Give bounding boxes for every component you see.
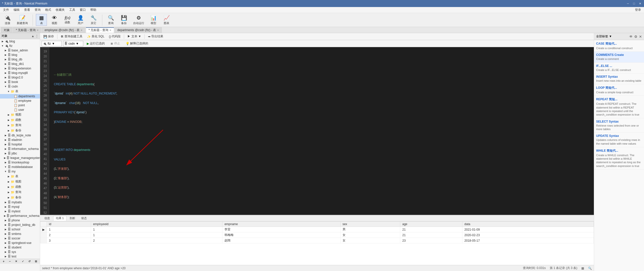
code-content[interactable]: -- 创建部门表 CREATE TABLE departments( `dpmi… [49, 47, 594, 215]
sidebar-item-base-admin[interactable]: ▶ 🗄 base_admin [0, 48, 40, 53]
tab-untitled2[interactable]: * 无标题 - 查询 ✕ [86, 27, 114, 33]
menu-format[interactable]: 格式 [43, 7, 53, 13]
tab-employee[interactable]: employee @csdn (ftz) - 表 ✕ [42, 27, 86, 33]
sidebar-item-my-functions[interactable]: ▶ 📁 函数 [0, 184, 40, 190]
database-selector[interactable]: 🗄 csdn ▼ [63, 41, 83, 46]
result-tab-info[interactable]: 信息 [42, 216, 53, 221]
tab-close-4[interactable]: ✕ [157, 29, 159, 32]
panel-icon3[interactable]: ✕ [639, 35, 642, 39]
sql-editor[interactable]: 19 20 21 22 23 24 25 26 27 28 29 30 31 3… [40, 47, 594, 215]
run-selected-button[interactable]: ▶ 运行已选的 [85, 41, 107, 46]
tab-object[interactable]: 对象 [1, 27, 13, 33]
toolbar-backup[interactable]: 💾 备份 [118, 14, 129, 26]
sidebar-add-btn[interactable]: + [3, 259, 5, 263]
toolbar-new-query[interactable]: 📝 新建查询 [15, 14, 30, 26]
stop-button[interactable]: ⏹ 停止 [108, 41, 122, 46]
sidebar-item-blog-sub[interactable]: ▶ 🗄 blog [0, 53, 40, 57]
sidebar-check-btn[interactable]: ✓ [22, 259, 24, 263]
sidebar-item-my-views[interactable]: ▶ 📁 视图 [0, 179, 40, 184]
sidebar-item-eladmin[interactable]: ▶ 🗄 eladmin [0, 138, 40, 142]
sidebar-item-user[interactable]: 📋 user [0, 108, 40, 112]
sidebar-item-project-biding[interactable]: ▶ 🗄 project_biding_db [0, 223, 40, 227]
sidebar-item-tables-folder[interactable]: ▼ 📁 表 [0, 89, 40, 94]
text-button[interactable]: ▶ 文本 ▼ [126, 34, 143, 39]
query-create-tool-button[interactable]: 🛠 查询创建工具 [59, 34, 84, 39]
sidebar-item-queries-folder[interactable]: ▶ 📁 查询 [0, 123, 40, 128]
toolbar-connect[interactable]: 🔌 连接 [2, 14, 13, 26]
sidebar-item-my-tables[interactable]: ▶ 📁 表 [0, 174, 40, 179]
sidebar-item-phone[interactable]: ▶ 🗄 phone [0, 218, 40, 223]
result-tab-status[interactable]: 状态 [78, 216, 90, 221]
toolbar-table[interactable]: ▦ 表 [36, 14, 47, 26]
sidebar-item-blog-db1[interactable]: ▶ 🗄 blog_db1 [0, 62, 40, 66]
toolbar-view[interactable]: 👁 视图 [49, 14, 60, 26]
table-row[interactable]: 2 1 韩梅梅 女 21 2020-02-23 [40, 232, 594, 238]
sidebar-item-mybatis[interactable]: ▶ 🗄 mybatis [0, 200, 40, 205]
sidebar-item-csdn[interactable]: ▼ 🗄 csdn [0, 84, 40, 89]
menu-view[interactable]: 查看 [22, 7, 32, 13]
menu-help[interactable]: 帮助 [88, 7, 98, 13]
sidebar-icon1[interactable]: ▲ [31, 34, 34, 38]
code-snippet-button[interactable]: () 代码段 [107, 34, 122, 39]
toolbar-user[interactable]: 👤 用户 [75, 14, 86, 26]
snippet-update-syntax[interactable]: UPDATE Syntax Updates columns of existin… [594, 133, 644, 147]
sidebar-item-smbms[interactable]: ▶ 🗄 smbms [0, 232, 40, 236]
sidebar-item-blog-extension[interactable]: ▶ 🗄 blog-extension [0, 66, 40, 71]
search-icon[interactable]: 🔍 [588, 266, 592, 270]
sidebar-item-test[interactable]: ▶ 🗄 test [0, 254, 40, 259]
titlebar-controls[interactable]: ─ □ ✕ [626, 2, 642, 6]
tab-close-1[interactable]: ✕ [37, 29, 39, 32]
tab-close-3[interactable]: ✕ [109, 29, 111, 32]
sidebar-item-school[interactable]: ▶ 🗄 school [0, 227, 40, 232]
menu-window[interactable]: 窗口 [78, 7, 88, 13]
sidebar-item-my-backup[interactable]: ▶ 📁 备份 [0, 195, 40, 200]
sidebar-item-performance-schema[interactable]: ▶ 🗄 performance_schema [0, 214, 40, 218]
panel-icon2[interactable]: ⚙ [634, 35, 637, 39]
sidebar-refresh-btn[interactable]: ↺ [28, 259, 31, 263]
save-button[interactable]: 💾 保存 [42, 34, 56, 39]
sidebar-item-blog-db[interactable]: ▶ 🗄 blog_db [0, 57, 40, 62]
toolbar-other[interactable]: 🔧 其它 [88, 14, 99, 26]
menu-favorites[interactable]: 收藏夹 [54, 7, 67, 13]
toolbar-auto-run[interactable]: ⚙ 自动运行 [131, 14, 146, 26]
tab-close-2[interactable]: ✕ [80, 29, 83, 32]
menu-tools[interactable]: 工具 [67, 7, 77, 13]
sidebar-item-sys[interactable]: ▶ 🗄 sys [0, 250, 40, 254]
toolbar-model[interactable]: 📊 模型 [148, 14, 159, 26]
sidebar-item-blog[interactable]: ▶ 🔌 blog [0, 39, 40, 44]
menu-query[interactable]: 查询 [33, 7, 43, 13]
explain-button[interactable]: 💡 解释已选择的 [124, 41, 150, 46]
sidebar-item-book[interactable]: ▶ 🗄 book [0, 80, 40, 84]
toolbar-query[interactable]: 🔍 查询 [105, 14, 116, 26]
sidebar-item-my[interactable]: ▼ 🗄 my [0, 169, 40, 174]
snippet-case[interactable]: CASE 简短代... Create a conditional constru… [594, 40, 644, 52]
sidebar-close-btn[interactable]: ✕ [15, 259, 17, 263]
sidebar-item-db-lezjie[interactable]: ▶ 🗄 db_lezjie_note [0, 133, 40, 138]
tab-untitled1[interactable]: * 无标题 - 查询 ✕ [13, 27, 41, 33]
sidebar-item-mytest[interactable]: ▶ 🗄 mytest [0, 209, 40, 214]
snippet-comments[interactable]: COMMENTS Create Create a comment [594, 52, 644, 62]
sidebar-item-ftz[interactable]: ▼ 🔌 ftz [0, 44, 40, 48]
sidebar-item-hospital[interactable]: ▶ 🗄 hospital [0, 142, 40, 147]
maximize-button[interactable]: □ [632, 2, 636, 6]
table-row[interactable]: 3 2 赵阔 女 23 2018-05-17 [40, 238, 594, 243]
sidebar-item-backup-folder[interactable]: ▶ 📁 备份 [0, 128, 40, 133]
sidebar-item-mysql[interactable]: ▶ 🗄 mysql [0, 205, 40, 209]
sidebar-item-springboot-vue[interactable]: ▶ 🗄 springboot-vue [0, 241, 40, 245]
sidebar-item-departments[interactable]: 📋 departments [0, 94, 40, 99]
menu-file[interactable]: 文件 [1, 7, 11, 13]
sidebar-item-employee[interactable]: 📋 employee [0, 99, 40, 103]
snippet-repeat[interactable]: REPEAT 简短... Create A REPEAT construct. … [594, 96, 644, 118]
result-tab-result1[interactable]: 结果 1 [53, 216, 66, 221]
connection-selector[interactable]: 🔌 ftz ▼ [42, 41, 62, 46]
beautify-sql-button[interactable]: ✨ 美化 SQL [85, 34, 106, 39]
sidebar-remove-btn[interactable]: − [9, 259, 11, 263]
tab-departments[interactable]: departments @csdn (ftz) - 表 ✕ [115, 27, 162, 33]
sidebar-item-jdbc[interactable]: ▶ 🗄 jdbc [0, 151, 40, 156]
snippet-if-else[interactable]: IF...ELSE ... Create a IF...ELSE constru… [594, 63, 644, 73]
toolbar-chart[interactable]: 📈 图表 [161, 14, 172, 26]
snippet-insert-syntax[interactable]: INSERT Syntax Insert new rows into an ex… [594, 73, 644, 84]
toolbar-function[interactable]: f(x) 函数 [62, 15, 73, 25]
export-results-button[interactable]: ➡ 导出结果 [146, 34, 165, 39]
menu-edit[interactable]: 编辑 [12, 7, 22, 13]
